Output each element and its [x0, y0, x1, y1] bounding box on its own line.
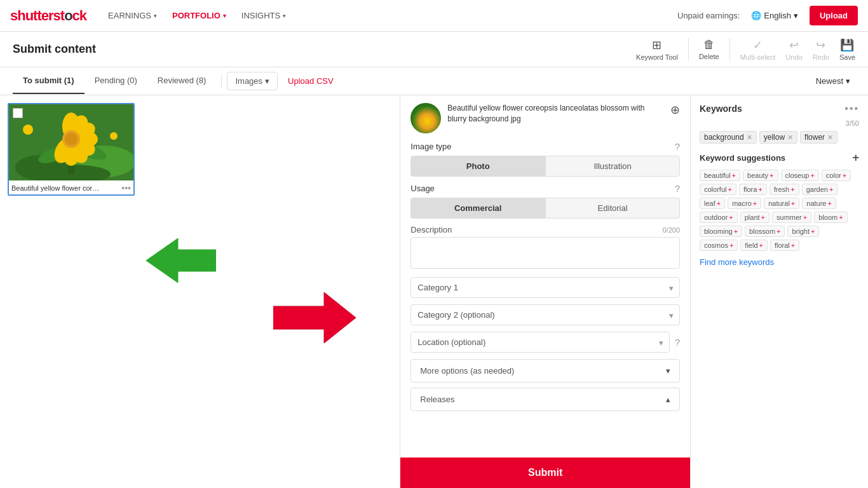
image-type-field: Image type ? Photo Illustration [410, 141, 680, 177]
keywords-tags: background ✕ yellow ✕ flower ✕ [700, 131, 859, 144]
left-panel: Beautiful yellow flower core... ••• [0, 95, 400, 488]
illustration-button[interactable]: Illustration [545, 156, 680, 177]
sort-chevron-icon: ▾ [846, 76, 850, 86]
suggestion-floral[interactable]: floral+ [770, 240, 799, 251]
edit-form: Beautiful yellow flower coreopsis lanceo… [400, 95, 690, 458]
image-checkbox[interactable] [13, 108, 23, 118]
category2-select[interactable]: Category 2 (optional) [410, 304, 680, 325]
thumbnail-avatar [410, 103, 441, 133]
suggestion-beautiful[interactable]: beautiful+ [700, 170, 740, 181]
tab-pending[interactable]: Pending (0) [85, 68, 147, 94]
image-info-row: Beautiful yellow flower coreopsis lanceo… [410, 103, 680, 133]
suggestion-leaf[interactable]: leaf+ [700, 198, 725, 209]
suggestion-color[interactable]: color+ [822, 170, 851, 181]
toolbar-divider-1 [688, 38, 689, 61]
location-field: Location (optional) ? [410, 332, 680, 353]
photo-button[interactable]: Photo [410, 156, 545, 177]
releases-button[interactable]: Releases ▴ [410, 388, 680, 411]
toolbar-divider-2 [729, 38, 730, 61]
redo-icon: ↪ [816, 38, 825, 52]
image-options-button[interactable]: ••• [121, 183, 131, 193]
keywords-more-button[interactable]: ••• [844, 103, 859, 114]
images-filter-button[interactable]: Images ▾ [227, 72, 278, 90]
edit-form-panel: Beautiful yellow flower coreopsis lanceo… [400, 95, 690, 488]
suggestion-fresh[interactable]: fresh+ [770, 184, 799, 195]
redo-button[interactable]: ↪ Redo [813, 38, 829, 61]
image-type-label: Image type ? [410, 141, 680, 152]
submit-bar[interactable]: Submit [400, 458, 690, 488]
svg-point-18 [110, 132, 118, 140]
image-item[interactable]: Beautiful yellow flower core... ••• [8, 103, 135, 196]
suggestion-bright[interactable]: bright+ [787, 226, 819, 237]
suggestion-beauty[interactable]: beauty+ [743, 170, 778, 181]
delete-button[interactable]: 🗑 Delete [699, 38, 719, 60]
location-help-icon[interactable]: ? [675, 337, 680, 348]
nav-insights[interactable]: INSIGHTS ▾ [235, 7, 292, 24]
flower-svg [9, 104, 133, 180]
keywords-header: Keywords ••• [700, 103, 859, 114]
suggestion-bloom[interactable]: bloom+ [814, 212, 847, 223]
svg-point-16 [65, 133, 78, 146]
category2-wrapper: Category 2 (optional) [410, 304, 680, 325]
red-arrow [273, 292, 356, 345]
magnify-button[interactable]: ⊕ [670, 103, 680, 117]
suggestion-flora[interactable]: flora+ [739, 184, 767, 195]
nav-portfolio[interactable]: PORTFOLIO ▾ [166, 7, 233, 24]
suggestion-plant[interactable]: plant+ [740, 212, 770, 223]
language-button[interactable]: 🌐 English ▾ [745, 7, 804, 24]
tab-to-submit[interactable]: To submit (1) [13, 68, 85, 94]
nav-earnings[interactable]: EARNINGS ▾ [102, 7, 163, 24]
svg-marker-19 [146, 238, 216, 283]
suggestion-macro[interactable]: macro+ [728, 198, 761, 209]
image-grid: Beautiful yellow flower core... ••• [8, 103, 392, 196]
upload-button[interactable]: Upload [810, 6, 858, 25]
suggestion-field[interactable]: field+ [740, 240, 768, 251]
keyword-suggestions-header: Keyword suggestions + [700, 151, 859, 165]
image-type-help-icon[interactable]: ? [675, 141, 680, 152]
toolbar-actions: ⊞ Keyword Tool 🗑 Delete ✓ Multi-select ↩… [636, 38, 855, 61]
suggestion-closeup[interactable]: closeup+ [781, 170, 819, 181]
undo-button[interactable]: ↩ Undo [785, 38, 802, 61]
suggestion-blooming[interactable]: blooming+ [700, 226, 742, 237]
description-input[interactable] [410, 237, 680, 269]
tab-reviewed[interactable]: Reviewed (8) [147, 68, 217, 94]
suggestion-natural[interactable]: natural+ [764, 198, 799, 209]
multi-select-button[interactable]: ✓ Multi-select [740, 38, 776, 61]
suggestion-colorful[interactable]: colorful+ [700, 184, 736, 195]
image-label-row: Beautiful yellow flower core... ••• [9, 180, 133, 194]
keywords-title: Keywords [700, 104, 742, 114]
remove-yellow-button[interactable]: ✕ [787, 133, 793, 142]
sort-button[interactable]: Newest ▾ [811, 72, 855, 90]
suggestion-blossom[interactable]: blossom+ [745, 226, 785, 237]
submit-label: Submit [528, 467, 562, 478]
usage-field: Usage ? Commercial Editorial [410, 183, 680, 219]
location-row: Location (optional) ? [410, 332, 680, 353]
location-input[interactable]: Location (optional) [410, 332, 669, 353]
upload-csv-button[interactable]: Upload CSV [288, 76, 334, 86]
multi-select-icon: ✓ [753, 38, 763, 52]
more-options-button[interactable]: More options (as needed) ▾ [410, 359, 680, 383]
save-button[interactable]: 💾 Save [839, 38, 855, 61]
editorial-button[interactable]: Editorial [545, 198, 680, 219]
commercial-button[interactable]: Commercial [410, 198, 545, 219]
category1-select[interactable]: Category 1 [410, 277, 680, 298]
unpaid-earnings-label: Unpaid earnings: [677, 11, 740, 20]
category2-field: Category 2 (optional) [410, 304, 680, 325]
remove-flower-button[interactable]: ✕ [827, 133, 833, 142]
suggestion-nature[interactable]: nature+ [802, 198, 836, 209]
logo[interactable]: shutterstock [10, 8, 86, 24]
suggestion-summer[interactable]: summer+ [772, 212, 811, 223]
image-thumbnail [9, 104, 133, 180]
suggestion-outdoor[interactable]: outdoor+ [700, 212, 738, 223]
releases-expand-icon: ▴ [666, 395, 670, 404]
suggestion-cosmos[interactable]: cosmos+ [700, 240, 738, 251]
portfolio-chevron-icon: ▾ [223, 13, 226, 19]
toolbar: Submit content ⊞ Keyword Tool 🗑 Delete ✓… [0, 32, 868, 67]
suggestion-garden[interactable]: garden+ [802, 184, 838, 195]
find-more-keywords-button[interactable]: Find more keywords [700, 257, 859, 267]
usage-label: Usage ? [410, 183, 680, 194]
remove-background-button[interactable]: ✕ [747, 133, 752, 142]
usage-help-icon[interactable]: ? [675, 183, 680, 194]
keyword-tool-button[interactable]: ⊞ Keyword Tool [636, 38, 678, 61]
add-all-keywords-button[interactable]: + [852, 151, 859, 165]
